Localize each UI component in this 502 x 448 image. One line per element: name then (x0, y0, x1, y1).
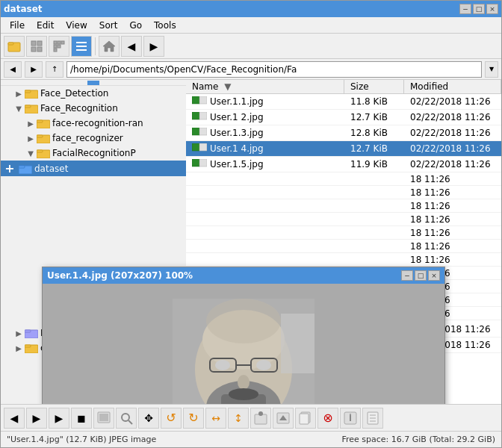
menu-sort[interactable]: Sort (93, 19, 124, 32)
nav-back-button[interactable]: ◀ (4, 61, 22, 78)
bt-save[interactable] (273, 408, 294, 429)
toolbar-compact-view[interactable] (49, 36, 69, 57)
file-name: User.1 2.jpg (210, 112, 264, 122)
image-viewer-minimize[interactable]: − (401, 270, 413, 281)
folder-icon-selected (19, 162, 32, 175)
expand-icon[interactable]: ▼ (25, 147, 37, 159)
toolbar: ◀ ▶ (1, 34, 501, 59)
address-input[interactable] (66, 61, 482, 78)
file-icon (192, 127, 207, 139)
svg-rect-35 (199, 112, 207, 119)
maximize-button[interactable]: □ (473, 4, 485, 14)
bt-flip-h[interactable]: ↔ (205, 408, 226, 429)
file-row-selected[interactable]: User.1 4.jpg 12.7 KiB 02/22/2018 11:26 (186, 141, 501, 157)
file-row[interactable]: User.1.1.jpg 11.8 KiB 02/22/2018 11:26 (186, 94, 501, 110)
menu-file[interactable]: File (4, 19, 31, 32)
file-row-partial[interactable]: 18 11:26 (186, 199, 501, 213)
tree-item-face-recog-ran[interactable]: ▶ face-recognition-ran (1, 116, 186, 131)
file-row-partial[interactable]: 18 11:26 (186, 253, 501, 267)
file-row[interactable]: User.1.3.jpg 12.8 KiB 02/22/2018 11:26 (186, 125, 501, 141)
menu-tools[interactable]: Tools (148, 19, 182, 32)
expand-icon[interactable]: ▶ (13, 87, 25, 99)
svg-point-59 (206, 299, 281, 343)
toolbar-new-folder[interactable] (4, 36, 25, 57)
bt-forward[interactable]: ▶ (26, 408, 47, 429)
bt-flip-v[interactable]: ↕ (228, 408, 249, 429)
file-icon (192, 143, 207, 155)
toolbar-home[interactable] (99, 36, 120, 57)
expand-icon[interactable]: ▶ (25, 117, 37, 129)
toolbar-list-view[interactable] (71, 36, 92, 57)
bt-delete[interactable]: ⊗ (317, 408, 338, 429)
face-image (173, 299, 314, 404)
bt-copy[interactable] (295, 408, 316, 429)
bt-rotate-left[interactable]: ↺ (161, 408, 182, 429)
image-viewer-content (43, 284, 444, 404)
bt-rotate-right[interactable]: ↻ (183, 408, 204, 429)
svg-rect-10 (58, 45, 61, 48)
close-button[interactable]: × (486, 4, 498, 14)
svg-rect-21 (37, 120, 43, 122)
file-row-partial[interactable]: 18 11:26 (186, 226, 501, 240)
bt-settings[interactable] (362, 408, 383, 429)
tree-item-label: FacialRecognitionP (52, 148, 136, 158)
image-viewer: User.1.4.jpg (207x207) 100% − □ × (42, 267, 445, 404)
toolbar-back[interactable]: ◀ (121, 36, 142, 57)
header-modified[interactable]: Modified (404, 80, 501, 93)
bt-play[interactable]: ▶ (49, 408, 69, 429)
toolbar-forward[interactable]: ▶ (143, 36, 164, 57)
expand-icon[interactable]: ▶ (25, 132, 37, 144)
svg-rect-17 (25, 90, 31, 93)
file-size-cell: 12.8 KiB (344, 125, 404, 140)
file-row-partial[interactable]: 18 11:26 (186, 213, 501, 226)
tree-item-face-recognition[interactable]: ▼ Face_Recognition (1, 101, 186, 116)
tree-item-face-detection[interactable]: ▶ Face_Detection (1, 86, 186, 101)
bt-view[interactable] (93, 408, 114, 429)
bt-drag[interactable]: ✥ (138, 408, 159, 429)
svg-rect-32 (192, 96, 199, 104)
svg-point-56 (238, 375, 250, 390)
file-name: User.1.5.jpg (210, 159, 264, 169)
svg-rect-27 (19, 166, 25, 168)
folder-icon (25, 341, 38, 355)
tree-item-dataset[interactable]: + dataset (1, 161, 186, 176)
bt-zoom[interactable] (116, 408, 137, 429)
toolbar-icon-view[interactable] (26, 36, 47, 57)
nav-forward-button[interactable]: ▶ (25, 61, 43, 78)
svg-rect-31 (25, 345, 31, 347)
nav-up-button[interactable]: ↑ (46, 61, 63, 78)
file-row[interactable]: User.1.5.jpg 11.9 KiB 02/22/2018 11:26 (186, 157, 501, 172)
file-row[interactable]: User.1 2.jpg 12.7 KiB 02/22/2018 11:26 (186, 110, 501, 125)
svg-rect-8 (54, 49, 57, 52)
minimize-button[interactable]: − (459, 4, 471, 14)
file-name: User.1.1.jpg (210, 96, 264, 107)
image-viewer-close[interactable]: × (428, 270, 440, 281)
image-viewer-maximize[interactable]: □ (415, 270, 427, 281)
tree-item-label: Face_Detection (40, 88, 108, 99)
menu-go[interactable]: Go (123, 19, 148, 32)
file-row-partial[interactable]: 18 11:26 (186, 186, 501, 199)
header-name[interactable]: Name ▼ (186, 80, 344, 93)
main-content: ▶ Face_Detection ▼ Face_Recognition (1, 80, 501, 404)
svg-rect-11 (61, 41, 64, 44)
plus-icon[interactable]: + (4, 161, 16, 175)
tree-item-face-recognizer[interactable]: ▶ face_recognizer (1, 131, 186, 146)
bt-info[interactable] (340, 408, 361, 429)
tree-item-label: Face_Recognition (40, 103, 118, 113)
header-size[interactable]: Size (344, 80, 404, 93)
bt-open-external[interactable] (250, 408, 271, 429)
file-row-partial[interactable]: 18 11:26 (186, 240, 501, 253)
expand-icon[interactable]: ▼ (13, 102, 25, 114)
svg-point-55 (256, 360, 271, 370)
bt-back[interactable]: ◀ (4, 408, 25, 429)
expand-icon[interactable]: ▶ (13, 342, 25, 354)
folder-icon (25, 102, 38, 115)
svg-rect-14 (76, 49, 87, 51)
menu-view[interactable]: View (60, 19, 93, 32)
tree-item-facial-recog[interactable]: ▼ FacialRecognitionP (1, 146, 186, 161)
bt-stop[interactable]: ◼ (71, 408, 92, 429)
address-dropdown[interactable]: ▼ (485, 61, 498, 78)
menu-edit[interactable]: Edit (31, 19, 60, 32)
file-row-partial[interactable]: 18 11:26 (186, 172, 501, 186)
expand-icon[interactable]: ▶ (13, 327, 25, 339)
